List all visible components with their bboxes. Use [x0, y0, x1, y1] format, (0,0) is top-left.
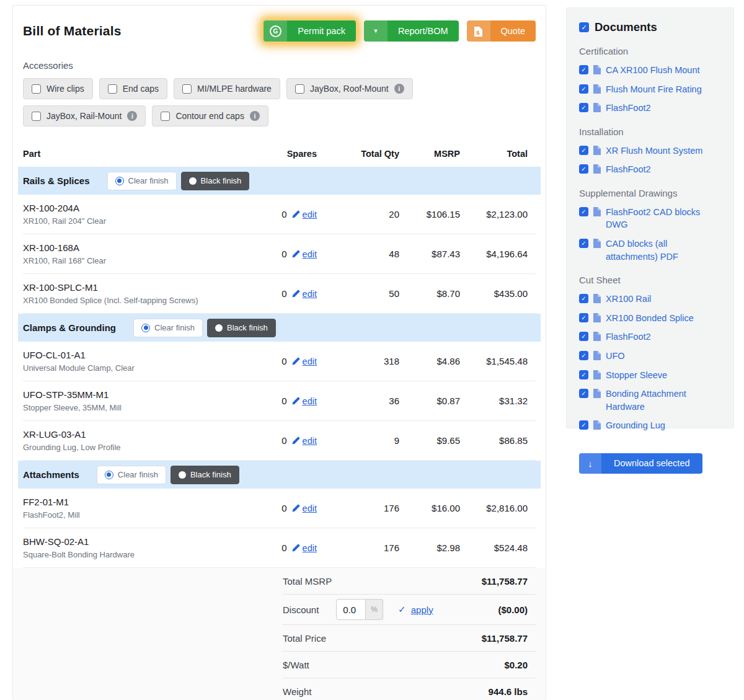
- part-description: XR100 Bonded Splice (Incl. Self-tapping …: [23, 296, 230, 305]
- checkbox-checked[interactable]: ✓: [579, 313, 588, 322]
- document-item: ✓ FlashFoot2: [579, 163, 721, 176]
- info-icon[interactable]: i: [394, 84, 404, 94]
- g-circle-icon: G: [270, 25, 281, 37]
- quote-button[interactable]: $ Quote: [467, 20, 536, 42]
- checkbox-checked[interactable]: ✓: [579, 103, 588, 112]
- accessory-jaybox-rail-mount[interactable]: JayBox, Rail-Mount i: [23, 105, 146, 126]
- checkbox-unchecked[interactable]: [182, 84, 192, 94]
- checkbox-checked[interactable]: ✓: [579, 420, 588, 430]
- table-row: UFO-STP-35MM-M1 Stopper Sleeve, 35MM, Mi…: [23, 381, 536, 421]
- total-msrp-row: Total MSRP $11,758.77: [283, 568, 536, 595]
- report-bom-dropdown-segment[interactable]: ▼: [364, 20, 388, 42]
- column-header-part: Part: [23, 149, 230, 159]
- document-link[interactable]: Grounding Lug: [606, 419, 665, 432]
- doc-section-installation: Installation: [579, 126, 721, 137]
- document-link[interactable]: Flush Mount Fire Rating: [606, 83, 702, 96]
- checkbox-checked[interactable]: ✓: [579, 65, 588, 74]
- dollar-per-watt-row: $/Watt $0.20: [283, 652, 536, 678]
- checkbox-checked[interactable]: ✓: [579, 351, 588, 360]
- part-description: Stopper Sleeve, 35MM, Mill: [23, 403, 230, 412]
- document-icon: [593, 294, 601, 303]
- document-link[interactable]: Stopper Sleeve: [606, 369, 667, 382]
- totals-summary: Total MSRP $11,758.77 Discount % ✓ apply…: [13, 568, 546, 700]
- document-link[interactable]: FlashFoot2: [606, 330, 651, 343]
- dollar-per-watt-value: $0.20: [504, 660, 528, 670]
- document-link[interactable]: XR100 Bonded Splice: [606, 312, 694, 325]
- edit-spares-link[interactable]: edit: [291, 436, 317, 446]
- checkbox-checked[interactable]: ✓: [579, 146, 588, 155]
- download-selected-button[interactable]: ↓ Download selected: [579, 453, 702, 474]
- apply-discount-link[interactable]: ✓ apply: [398, 604, 433, 615]
- checkbox-checked[interactable]: ✓: [579, 389, 588, 398]
- document-link[interactable]: XR100 Rail: [606, 293, 651, 306]
- bom-table: Part Spares Total Qty MSRP Total Rails &…: [23, 133, 536, 568]
- info-icon[interactable]: i: [127, 111, 137, 121]
- accessory-jaybox-roof-mount[interactable]: JayBox, Roof-Mount i: [286, 78, 413, 99]
- checkbox-checked[interactable]: ✓: [579, 22, 589, 32]
- checkbox-checked[interactable]: ✓: [579, 370, 588, 379]
- table-row: XR-100-204A XR100, Rail 204" Clear 0 edi…: [23, 195, 536, 234]
- radio-selected-icon: [141, 324, 150, 332]
- checkbox-checked[interactable]: ✓: [579, 294, 588, 303]
- document-link[interactable]: FlashFoot2: [606, 102, 651, 115]
- total-cell: $4,196.64: [460, 249, 528, 259]
- section-name: Attachments: [23, 469, 79, 480]
- part-number: XR-LUG-03-A1: [23, 429, 230, 440]
- discount-input[interactable]: [336, 599, 366, 620]
- edit-spares-link[interactable]: edit: [291, 249, 317, 259]
- black-finish-button[interactable]: Black finish: [181, 172, 250, 190]
- accessory-mi-mlpe-hardware[interactable]: MI/MLPE hardware: [174, 78, 280, 99]
- checkbox-unchecked[interactable]: [161, 112, 170, 121]
- finish-toggle: Clear finish Black finish: [133, 319, 276, 337]
- part-number: FF2-01-M1: [23, 497, 230, 507]
- finish-toggle: Clear finish Black finish: [97, 466, 239, 484]
- clear-finish-button[interactable]: Clear finish: [97, 466, 166, 484]
- checkbox-checked[interactable]: ✓: [579, 239, 588, 248]
- checkbox-unchecked[interactable]: [32, 84, 41, 94]
- quote-label: Quote: [490, 20, 536, 42]
- total-qty-cell: 48: [317, 249, 399, 259]
- edit-spares-link[interactable]: edit: [291, 289, 317, 299]
- pencil-icon: [291, 357, 301, 366]
- edit-spares-link[interactable]: edit: [291, 357, 317, 366]
- edit-spares-link[interactable]: edit: [291, 396, 317, 406]
- document-link[interactable]: FlashFoot2 CAD blocks DWG: [606, 206, 721, 231]
- document-link[interactable]: CA XR100 Flush Mount: [606, 64, 700, 77]
- edit-spares-link[interactable]: edit: [291, 503, 317, 513]
- document-icon: [593, 351, 601, 360]
- document-link[interactable]: Bonding Attachment Hardware: [606, 388, 721, 413]
- spares-cell: 0 edit: [230, 249, 317, 259]
- black-finish-button[interactable]: Black finish: [170, 466, 239, 484]
- document-link[interactable]: CAD blocks (all attachments) PDF: [606, 237, 721, 263]
- total-price-row: Total Price $11,758.77: [283, 625, 536, 652]
- checkbox-unchecked[interactable]: [32, 112, 41, 121]
- permit-pack-button[interactable]: G Permit pack: [264, 20, 356, 42]
- checkbox-checked[interactable]: ✓: [579, 84, 588, 94]
- edit-spares-link[interactable]: edit: [291, 543, 317, 553]
- document-link[interactable]: UFO: [606, 350, 625, 363]
- document-icon: [593, 103, 601, 112]
- document-icon: [593, 84, 601, 94]
- report-bom-button[interactable]: ▼ Report/BOM: [364, 20, 459, 42]
- clear-finish-button[interactable]: Clear finish: [133, 319, 203, 337]
- document-link[interactable]: FlashFoot2: [606, 163, 651, 176]
- checkbox-checked[interactable]: ✓: [579, 164, 588, 174]
- total-cell: $31.32: [460, 396, 528, 406]
- black-finish-button[interactable]: Black finish: [207, 319, 276, 337]
- checkbox-unchecked[interactable]: [108, 84, 117, 94]
- document-item: ✓ Flush Mount Fire Rating: [579, 83, 721, 96]
- total-msrp-value: $11,758.77: [482, 576, 528, 587]
- document-icon: [593, 332, 601, 341]
- accessory-end-caps[interactable]: End caps: [99, 78, 167, 99]
- document-item: ✓ Bonding Attachment Hardware: [579, 388, 721, 413]
- edit-spares-link[interactable]: edit: [291, 210, 317, 219]
- clear-finish-button[interactable]: Clear finish: [107, 172, 177, 190]
- checkbox-checked[interactable]: ✓: [579, 332, 588, 341]
- checkbox-checked[interactable]: ✓: [579, 207, 588, 216]
- checkbox-unchecked[interactable]: [295, 84, 304, 94]
- spares-cell: 0 edit: [230, 503, 317, 513]
- accessory-wire-clips[interactable]: Wire clips: [23, 78, 93, 99]
- accessory-contour-end-caps[interactable]: Contour end caps i: [152, 105, 268, 126]
- document-link[interactable]: XR Flush Mount System: [606, 144, 702, 157]
- info-icon[interactable]: i: [250, 111, 260, 121]
